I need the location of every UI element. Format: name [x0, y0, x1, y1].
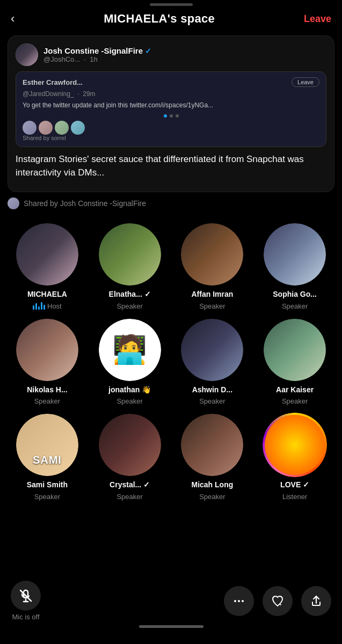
mic-button[interactable] — [11, 581, 41, 611]
share-button[interactable] — [301, 586, 331, 616]
tweet-handle-time: @JoshCo... · 1h — [43, 55, 326, 63]
bottom-toolbar: Mic is off + — [0, 572, 342, 644]
speaker-avatar: 🧑‍💻 — [98, 318, 162, 382]
speaker-avatar-wrap — [263, 318, 327, 382]
audio-bar — [35, 303, 37, 310]
speaker-role: Speaker — [34, 397, 60, 405]
speaker-item[interactable]: Sophia Go...Speaker — [255, 222, 334, 310]
speaker-avatar — [15, 222, 79, 287]
speaker-role: Speaker — [117, 493, 142, 501]
back-chevron[interactable]: ‹ — [11, 12, 14, 26]
sami-label: SAMI — [33, 454, 62, 466]
speaker-role: Speaker — [34, 493, 60, 501]
share-icon — [310, 595, 323, 608]
speaker-item[interactable]: Micah LongSpeaker — [173, 413, 252, 501]
speaker-item[interactable]: Crystal... ✓Speaker — [90, 413, 170, 501]
mic-off-icon — [19, 589, 33, 603]
speaker-name: Ashwin D... — [192, 385, 232, 394]
speaker-role: Speaker — [282, 302, 308, 310]
speaker-role-row: Speaker — [282, 397, 308, 405]
speaker-name: LOVE ✓ — [280, 480, 309, 489]
mini-avatar-3 — [55, 121, 69, 135]
mini-avatar-2 — [39, 121, 53, 135]
avatar-circle: 🧑‍💻 — [99, 319, 161, 381]
embedded-shared: Shared by sorrel — [23, 135, 319, 141]
leave-button[interactable]: Leave — [304, 13, 331, 25]
speaker-avatar — [98, 413, 162, 477]
shared-text: Shared by Josh Constine -SignalFire — [24, 199, 146, 208]
avatar-circle — [16, 319, 78, 381]
speaker-role-row: Speaker — [117, 397, 142, 405]
love-ring — [263, 413, 327, 477]
speaker-role: Speaker — [282, 397, 308, 405]
dot-1 — [164, 114, 167, 118]
shared-avatar — [8, 197, 19, 209]
speaker-avatar-wrap — [15, 318, 79, 382]
speaker-item[interactable]: Affan ImranSpeaker — [173, 222, 252, 310]
speaker-role-row: Speaker — [34, 397, 60, 405]
speaker-name: Affan Imran — [191, 290, 233, 299]
speaker-role-row: Speaker — [282, 302, 308, 310]
speaker-item[interactable]: Nikolas H...Speaker — [8, 318, 87, 406]
dots-icon — [232, 595, 245, 608]
svg-point-5 — [242, 600, 244, 602]
speaker-name: Micah Long — [191, 480, 233, 489]
heart-button[interactable]: + — [263, 586, 293, 616]
more-options-button[interactable] — [224, 586, 254, 616]
tweet-author-avatar — [16, 43, 38, 66]
verified-icon: ✓ — [145, 47, 151, 55]
speaker-avatar-wrap — [98, 413, 162, 477]
embedded-sub: @JaredDowning_ · 29m — [23, 90, 319, 98]
speaker-avatar — [180, 222, 244, 287]
audio-bar — [41, 302, 42, 310]
speaker-name: Crystal... ✓ — [110, 480, 150, 489]
speaker-role: Listener — [282, 493, 307, 501]
mic-status-text: Mic is off — [12, 613, 39, 621]
tweet-author-info: Josh Constine -SignalFire ✓ @JoshCo... ·… — [43, 46, 326, 63]
speaker-role: Speaker — [199, 302, 225, 310]
speaker-role: Speaker — [199, 493, 225, 501]
embedded-header: Esther Crawford... Leave — [23, 77, 319, 87]
embedded-tweet: Esther Crawford... Leave @JaredDowning_ … — [16, 71, 326, 147]
speaker-role-row: Host — [33, 302, 62, 310]
speakers-section: MICHAELAHostElnatha... ✓SpeakerAffan Imr… — [0, 211, 342, 576]
svg-text:+: + — [279, 602, 282, 608]
speaker-item[interactable]: LOVE ✓Listener — [255, 413, 334, 501]
avatar-circle — [16, 223, 78, 286]
speaker-avatar — [263, 318, 327, 382]
speaker-name: Nikolas H... — [27, 385, 67, 394]
speaker-name: jonathan 👋 — [108, 385, 151, 394]
speaker-item[interactable]: Ashwin D...Speaker — [173, 318, 252, 406]
audio-bar — [43, 305, 45, 310]
mini-avatar-4 — [71, 121, 85, 135]
speaker-item[interactable]: MICHAELAHost — [8, 222, 87, 310]
pagination-dots — [23, 114, 319, 118]
speaker-item[interactable]: 🧑‍💻jonathan 👋Speaker — [90, 318, 170, 406]
speaker-role-row: Speaker — [199, 493, 225, 501]
dot-2 — [170, 114, 173, 118]
speaker-name: Aar Kaiser — [276, 385, 314, 394]
header: ‹ MICHAELA's space Leave — [0, 5, 342, 31]
speaker-avatar-wrap — [98, 222, 162, 287]
mini-avatar-1 — [23, 121, 37, 135]
embedded-leave-button[interactable]: Leave — [292, 77, 319, 87]
shared-by-row: Shared by Josh Constine -SignalFire — [0, 192, 342, 211]
speaker-avatar-wrap — [180, 413, 244, 477]
audio-bar — [33, 305, 34, 310]
speaker-name: Elnatha... ✓ — [109, 290, 151, 299]
speaker-avatar-wrap: 🧑‍💻 — [98, 318, 162, 382]
speaker-item[interactable]: Elnatha... ✓Speaker — [90, 222, 170, 310]
speakers-grid: MICHAELAHostElnatha... ✓SpeakerAffan Imr… — [5, 222, 337, 501]
speaker-role: Speaker — [117, 302, 142, 310]
toolbar-row: Mic is off + — [11, 581, 331, 621]
speaker-item[interactable]: Aar KaiserSpeaker — [255, 318, 334, 406]
speaker-avatar-wrap — [15, 222, 79, 287]
home-indicator — [139, 625, 203, 628]
speaker-role: Speaker — [117, 397, 142, 405]
page-title: MICHAELA's space — [104, 12, 215, 26]
svg-point-4 — [238, 600, 240, 602]
speaker-avatar-wrap: SAMI — [15, 413, 79, 477]
audio-bar — [38, 306, 40, 310]
speaker-name: Sami Smith — [27, 480, 68, 489]
speaker-item[interactable]: SAMISami SmithSpeaker — [8, 413, 87, 501]
